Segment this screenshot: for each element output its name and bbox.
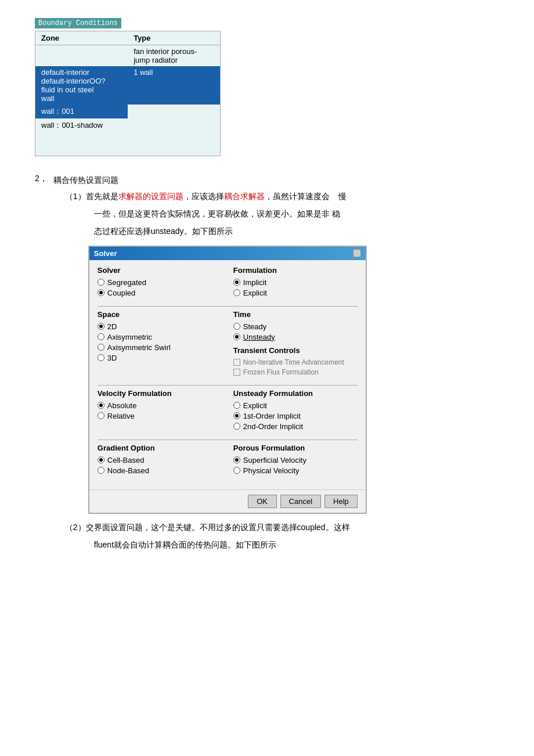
axisymmetric-radio[interactable] [98,333,104,340]
physical-radio[interactable] [233,467,240,474]
time-label: Time [233,310,358,319]
cell-based-radio[interactable] [98,456,104,463]
solver-column-porous: Porous Formulation Superficial Velocity … [233,444,358,477]
unsteady-radio[interactable] [233,333,240,340]
relative-radio[interactable] [98,412,104,419]
superficial-radio[interactable] [233,456,240,463]
sub2-continuation: fluent就会自动计算耦合面的传热问题。如下图所示 [94,538,499,552]
velocity-label: Velocity Formulation [98,389,222,398]
uf-1st-radio[interactable] [233,412,240,419]
item-number: 2， [35,174,48,556]
sub1-prefix: （1）首先就是 [65,192,118,201]
relative-label: Relative [107,412,135,420]
cancel-button[interactable]: Cancel [280,495,321,508]
help-button[interactable]: Help [324,495,358,508]
solver-dialog-title: Solver [94,249,117,258]
node-based-radio[interactable] [98,467,104,474]
cell-based-label: Cell-Based [107,456,145,465]
table-row[interactable]: wall：001-shadow [35,118,220,132]
item-content: 耦合传热设置问题 （1）首先就是求解器的设置问题，应该选择耦合求解器，虽然计算速… [53,174,499,556]
physical-label: Physical Velocity [243,466,300,475]
uf-2nd-label: 2nd-Order Implicit [243,422,303,431]
segregated-option[interactable]: Segregated [98,278,222,287]
explicit-radio[interactable] [233,289,240,296]
node-based-label: Node-Based [107,466,149,475]
frozen-flux-checkbox[interactable] [233,369,240,376]
solver-column-formulation: Formulation Implicit Explicit [233,266,358,299]
type-cell-highlighted: 1 wall [128,66,220,105]
physical-option[interactable]: Physical Velocity [233,466,358,475]
uf-explicit-radio[interactable] [233,402,240,409]
non-iterative-checkbox[interactable] [233,359,240,366]
superficial-option[interactable]: Superficial Velocity [233,456,358,465]
ok-button[interactable]: OK [248,495,277,508]
2d-option[interactable]: 2D [98,322,222,331]
non-iterative-option[interactable]: Non-Iterative Time Advancement [233,358,358,366]
uf-1st-label: 1st-Order Implicit [243,412,301,420]
unsteady-option[interactable]: Unsteady [233,333,358,341]
frozen-flux-label: Frozen Flux Formulation [243,368,319,376]
table-row-empty [35,132,220,156]
uf-2nd-option[interactable]: 2nd-Order Implicit [233,422,358,431]
relative-option[interactable]: Relative [98,412,222,420]
axisymmetric-option[interactable]: Axisymmetric [98,333,222,341]
cell-based-option[interactable]: Cell-Based [98,456,222,465]
explicit-option[interactable]: Explicit [233,289,358,297]
sub1-mid: ，应该选择 [183,192,224,201]
3d-option[interactable]: 3D [98,354,222,362]
steady-radio[interactable] [233,323,240,330]
axisymmetric-label: Axisymmetric [107,333,152,341]
absolute-radio[interactable] [98,402,104,409]
table-row[interactable]: wall：001 [35,105,220,118]
node-based-option[interactable]: Node-Based [98,466,222,475]
coupled-option[interactable]: Coupled [98,289,222,297]
segregated-label: Segregated [107,278,146,287]
section-2: 2， 耦合传热设置问题 （1）首先就是求解器的设置问题，应该选择耦合求解器，虽然… [35,174,499,556]
frozen-flux-option[interactable]: Frozen Flux Formulation [233,368,358,376]
solver-column-unsteady-formulation: Unsteady Formulation Explicit 1st-Order … [233,389,358,433]
2d-radio[interactable] [98,323,104,330]
implicit-label: Implicit [243,278,266,287]
explicit-label: Explicit [243,289,267,297]
non-iterative-label: Non-Iterative Time Advancement [243,358,344,366]
axisymmetric-swirl-option[interactable]: Axisymmetric Swirl [98,343,222,352]
sub1-continuation: 一些，但是这更符合实际情况，更容易收敛，误差更小。如果是非 稳 [94,207,499,221]
zone-cell: wall：001-shadow [35,118,128,132]
absolute-label: Absolute [107,401,137,410]
axisymmetric-swirl-radio[interactable] [98,344,104,351]
type-column-header: Type [128,31,220,45]
solver-row-4: Gradient Option Cell-Based Node-Based [98,444,358,477]
solver-dialog[interactable]: Solver Solver Segregated [88,246,367,514]
unsteady-formulation-label: Unsteady Formulation [233,389,358,398]
sub1-red2: 耦合求解器 [224,192,265,201]
zone-cell [35,45,128,67]
segregated-radio[interactable] [98,279,104,286]
solver-row-3: Velocity Formulation Absolute Relative [98,389,358,433]
space-label: Space [98,310,222,319]
solver-row-1: Solver Segregated Coupled [98,266,358,299]
solver-column-velocity: Velocity Formulation Absolute Relative [98,389,222,433]
type-cell: fan interior porous-jump radiator [128,45,220,67]
implicit-option[interactable]: Implicit [233,278,358,287]
gradient-label: Gradient Option [98,444,222,452]
table-row-highlighted[interactable]: default-interior default-interiorOO? flu… [35,66,220,105]
table-row[interactable]: fan interior porous-jump radiator [35,45,220,67]
coupled-radio[interactable] [98,289,104,296]
sub1-text: （1）首先就是求解器的设置问题，应该选择耦合求解器，虽然计算速度会 慢 [65,190,499,204]
boundary-table: Zone Type fan interior porous-jump radia… [35,31,221,156]
transient-controls-label: Transient Controls [233,346,358,355]
uf-1st-option[interactable]: 1st-Order Implicit [233,412,358,420]
boundary-conditions-title: Boundary Conditions [35,18,121,28]
solver-titlebar: Solver [89,247,366,260]
solver-titlebar-icon[interactable] [353,249,361,257]
uf-2nd-radio[interactable] [233,423,240,430]
absolute-option[interactable]: Absolute [98,401,222,410]
uf-explicit-option[interactable]: Explicit [233,401,358,410]
solver-column-gradient: Gradient Option Cell-Based Node-Based [98,444,222,477]
steady-option[interactable]: Steady [233,322,358,331]
solver-row-2: Space 2D Axisymmetric [98,310,358,378]
3d-label: 3D [107,354,117,362]
type-cell [128,105,220,118]
3d-radio[interactable] [98,354,104,361]
implicit-radio[interactable] [233,279,240,286]
